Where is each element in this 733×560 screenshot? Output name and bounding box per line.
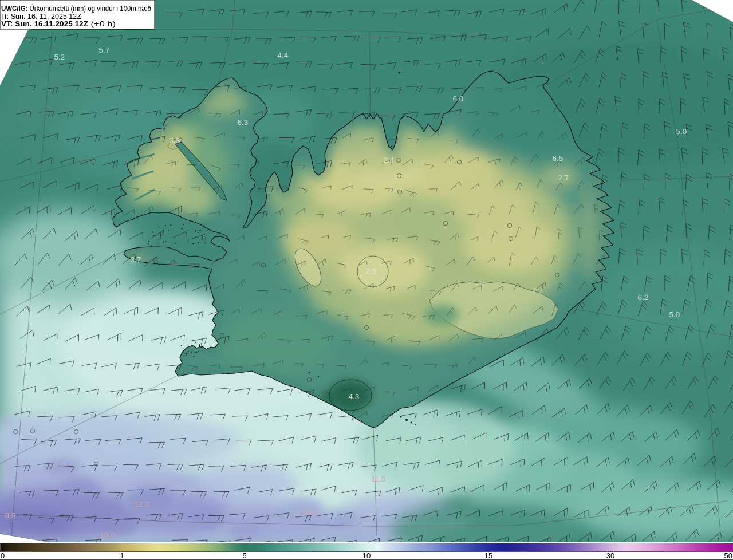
svg-text:UWC/IG: Úrkomumætti (mm) og vi: UWC/IG: Úrkomumætti (mm) og vindur i 100…: [1, 4, 151, 13]
svg-text:30: 30: [606, 551, 614, 560]
svg-text:2.4: 2.4: [384, 156, 395, 164]
svg-text:12.3: 12.3: [135, 500, 149, 508]
svg-text:VT: Sun. 16.11.2025 12Z (+0 h): VT: Sun. 16.11.2025 12Z (+0 h): [1, 20, 116, 28]
svg-text:10.0: 10.0: [100, 531, 115, 539]
svg-text:3.7: 3.7: [131, 255, 141, 264]
svg-text:11.5: 11.5: [371, 475, 385, 483]
svg-text:2.1: 2.1: [533, 286, 544, 295]
svg-text:10: 10: [362, 551, 371, 560]
svg-text:0: 0: [1, 551, 5, 560]
svg-text:5.0: 5.0: [669, 310, 680, 319]
svg-text:5.7: 5.7: [99, 46, 110, 54]
svg-text:9.9: 9.9: [5, 511, 16, 520]
svg-text:15: 15: [484, 551, 492, 560]
svg-text:2.5: 2.5: [366, 267, 377, 275]
svg-text:2.7: 2.7: [558, 173, 569, 182]
svg-text:3.3: 3.3: [170, 136, 180, 145]
svg-text:12.2: 12.2: [302, 508, 317, 516]
svg-text:2.2: 2.2: [475, 282, 486, 291]
svg-text:6.3: 6.3: [238, 118, 249, 127]
svg-text:IT: Sun. 16. 11. 2025 12Z: IT: Sun. 16. 11. 2025 12Z: [1, 13, 81, 21]
svg-text:50: 50: [724, 551, 732, 560]
svg-text:4.3: 4.3: [349, 392, 360, 401]
svg-text:4.4: 4.4: [278, 51, 289, 60]
svg-text:6.0: 6.0: [453, 94, 464, 103]
svg-text:1: 1: [120, 551, 124, 560]
svg-text:6.2: 6.2: [638, 293, 649, 302]
svg-text:5.2: 5.2: [54, 53, 65, 61]
svg-text:5.0: 5.0: [676, 127, 687, 136]
svg-text:6.5: 6.5: [553, 154, 563, 163]
svg-text:5: 5: [242, 551, 246, 560]
